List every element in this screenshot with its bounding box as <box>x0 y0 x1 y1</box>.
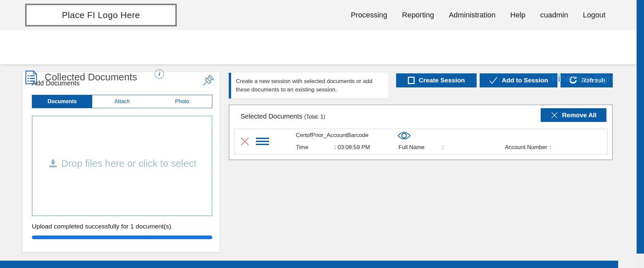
footer-bar <box>0 261 618 268</box>
session-info-message: Create a new session with selected docum… <box>229 73 388 98</box>
account-number-value: : <box>549 144 551 150</box>
document-full-name: Full Name: <box>398 144 444 151</box>
nav-user-cuadmin[interactable]: cuadmin <box>540 11 568 19</box>
pin-icon[interactable] <box>198 73 216 93</box>
page-title: Collected Documents <box>45 72 137 83</box>
info-icon[interactable]: i <box>155 69 164 79</box>
download-icon <box>48 159 58 168</box>
app-root: Place FI Logo Here Processing Reporting … <box>0 0 644 268</box>
info-glyph: i <box>159 71 160 77</box>
checkmark-icon <box>489 76 498 85</box>
scrollbar-thumb[interactable] <box>637 0 644 254</box>
collected-documents-icon <box>25 70 37 86</box>
top-header: Place FI Logo Here Processing Reporting … <box>0 0 637 30</box>
create-session-icon <box>408 77 415 84</box>
remove-all-x-icon <box>551 112 558 119</box>
add-to-session-label: Add to Session <box>502 77 548 84</box>
nav-administration[interactable]: Administration <box>449 11 495 19</box>
upload-status-text: Upload completed successfully for 1 docu… <box>32 223 173 230</box>
upload-progress-fill <box>32 236 212 239</box>
nav-help[interactable]: Help <box>510 11 525 19</box>
drag-handle-icon[interactable] <box>256 138 269 145</box>
remove-all-button[interactable]: Remove All <box>541 108 606 122</box>
full-name-label: Full Name <box>398 144 442 151</box>
remove-document-icon[interactable] <box>240 137 250 146</box>
add-documents-tabs: Documents Attach Photo <box>32 95 212 108</box>
preview-eye-icon[interactable] <box>397 131 411 140</box>
create-session-button[interactable]: Create Session <box>396 73 477 87</box>
document-name: CertofPrior_AccountBarcode <box>296 132 368 139</box>
session-info-text: Create a new session with selected docum… <box>236 77 383 94</box>
document-account-number: Account Number: <box>505 144 551 151</box>
time-value: : 03:08:59 PM <box>334 144 370 150</box>
nav-reporting[interactable]: Reporting <box>402 11 434 19</box>
file-dropzone[interactable]: Drop files here or click to select <box>32 116 212 216</box>
tab-documents[interactable]: Documents <box>32 95 92 108</box>
fi-logo-text: Place FI Logo Here <box>26 5 175 25</box>
nav-processing[interactable]: Processing <box>351 11 387 19</box>
scrollbar-track[interactable] <box>637 0 644 268</box>
dropzone-label: Drop files here or click to select <box>61 158 197 169</box>
account-number-label: Account Number <box>505 144 547 150</box>
main-nav: Processing Reporting Administration Help… <box>351 0 605 30</box>
document-time: Time: 03:08:59 PM <box>296 144 370 151</box>
tab-photo[interactable]: Photo <box>152 95 212 108</box>
title-bar: Collected Documents i Kinective Sign <box>0 30 637 64</box>
create-session-label: Create Session <box>419 77 465 84</box>
selected-documents-title: Selected Documents (Total: 1) <box>240 113 325 120</box>
upload-progress-bar <box>32 236 212 239</box>
full-name-value: : <box>442 144 444 150</box>
brand-title: Kinective Sign <box>551 73 613 84</box>
document-row: CertofPrior_AccountBarcode Time: 03:08:5… <box>234 129 607 154</box>
nav-logout[interactable]: Logout <box>583 11 605 19</box>
remove-all-label: Remove All <box>562 112 597 119</box>
fi-logo-placeholder: Place FI Logo Here <box>25 4 177 26</box>
selected-documents-total: (Total: 1) <box>304 114 325 120</box>
tab-attach[interactable]: Attach <box>92 95 152 108</box>
add-documents-panel: Add Documents Documents Attach Photo <box>22 72 220 252</box>
add-to-session-button[interactable]: Add to Session <box>480 73 557 87</box>
selected-documents-title-text: Selected Documents <box>240 113 303 120</box>
time-label: Time <box>296 144 334 151</box>
selected-documents-panel: Selected Documents (Total: 1) Remove All… <box>229 105 613 160</box>
